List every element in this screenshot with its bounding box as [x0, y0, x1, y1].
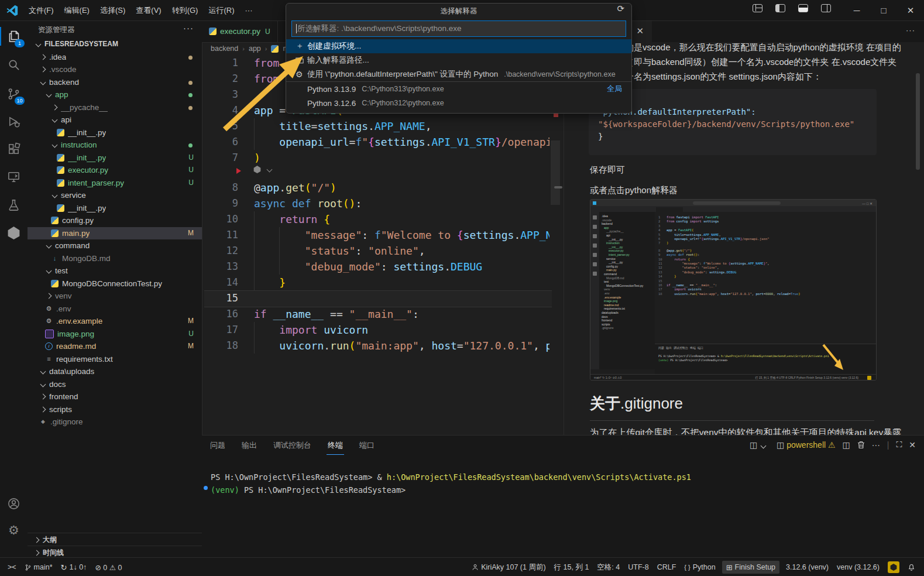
menu-item-4[interactable]: 转到(G) [167, 0, 204, 21]
tree-item-test[interactable]: test [28, 265, 202, 277]
global-link[interactable]: 全局 [607, 84, 622, 94]
split-terminal-icon[interactable]: ◫ [843, 440, 850, 450]
tree-item-config.py[interactable]: config.py [28, 214, 202, 227]
close-panel-icon[interactable]: ✕ [909, 440, 916, 450]
tree-item-.vscode[interactable]: .vscode [28, 63, 202, 76]
quick-pick-item-3[interactable]: Python 3.13.9C:\Python313\python.exe全局 [286, 82, 631, 96]
status-blame[interactable]: KiriAky 107 (1 周前) [468, 561, 549, 574]
kill-terminal-icon[interactable] [857, 441, 865, 449]
activity-account-icon[interactable] [0, 491, 28, 516]
tree-item-__pycache__[interactable]: __pycache__ [28, 101, 202, 114]
tree-item-venv[interactable]: venv [28, 290, 202, 303]
status-finish-setup[interactable]: ⊞Finish Setup [722, 561, 779, 574]
status-indentation[interactable]: 空格: 4 [593, 561, 624, 574]
tree-item-data\uploads[interactable]: data\uploads [28, 365, 202, 378]
quick-pick-item-4[interactable]: Python 3.12.6C:\Python312\python.exe [286, 96, 631, 110]
status-venv[interactable]: venv (3.12.6) [833, 561, 884, 574]
activity-search-icon[interactable] [0, 52, 28, 77]
refresh-icon[interactable]: ⟳ [617, 4, 624, 14]
panel-tab-终端[interactable]: 终端 [327, 436, 344, 455]
panel-tab-端口[interactable]: 端口 [358, 436, 376, 454]
panel-more-icon[interactable]: ··· [872, 440, 880, 450]
copilot-codelens[interactable] [253, 166, 276, 173]
menu-item-6[interactable]: ··· [239, 1, 257, 20]
tree-item-scripts[interactable]: scripts [28, 403, 202, 416]
menu-item-5[interactable]: 运行(R) [203, 0, 239, 21]
panel-tab-调试控制台[interactable]: 调试控制台 [272, 436, 312, 454]
outline-section[interactable]: 大纲 [28, 533, 202, 546]
tree-item-__init__.py[interactable]: __init__.py [28, 202, 202, 215]
menu-item-1[interactable]: 编辑(E) [59, 0, 95, 21]
tree-item-readme.md[interactable]: ireadme.mdM [28, 340, 202, 353]
close-tab-icon[interactable]: ✕ [636, 26, 644, 36]
status-branch[interactable]: main* [20, 561, 57, 574]
tree-item-docs[interactable]: docs [28, 378, 202, 391]
maximize-panel-icon[interactable]: ⛶ [896, 440, 902, 450]
status-language[interactable]: { }Python [680, 561, 719, 574]
tree-item-app[interactable]: app [28, 88, 202, 101]
terminal-output[interactable]: PS H:\OwnProject\FilesReadSysteam> & h:\… [211, 471, 691, 496]
status-problems[interactable]: ⊘ 0 ⚠ 0 [91, 561, 126, 574]
editor-actions-more-icon[interactable]: ··· [906, 26, 915, 35]
quick-pick-item-0[interactable]: ＋创建虚拟环境... [286, 39, 631, 53]
quick-pick-item-1[interactable]: 输入解释器路径... [286, 53, 631, 67]
tree-item-.gitignore[interactable]: ◆.gitignore [28, 416, 202, 428]
status-roo[interactable] [884, 561, 904, 574]
tree-item-backend[interactable]: backend [28, 76, 202, 89]
toggle-panel-icon[interactable] [798, 4, 808, 12]
panel-tab-问题[interactable]: 问题 [209, 436, 226, 454]
activity-testing-icon[interactable] [0, 192, 28, 218]
panel-tab-输出[interactable]: 输出 [241, 436, 258, 454]
tree-item-frontend[interactable]: frontend [28, 390, 202, 403]
project-root[interactable]: FILESREADSYSTEAM [28, 38, 202, 51]
terminal-instance[interactable]: ◫ powershell ⚠ [777, 440, 836, 450]
activity-extensions-icon[interactable] [0, 136, 28, 162]
status-sync[interactable]: ↻1↓ 0↑ [57, 561, 91, 574]
tree-item-__init__.py[interactable]: __init__.pyU [28, 152, 202, 164]
tree-item-__init__.py[interactable]: __init__.py [28, 126, 202, 139]
activity-remote-explorer-icon[interactable] [0, 164, 28, 190]
tree-item-image.png[interactable]: image.pngU [28, 328, 202, 341]
tree-item-MongoDBConnectionTest.py[interactable]: MongoDBConnectionTest.py [28, 277, 202, 290]
status-encoding[interactable]: UTF-8 [624, 561, 652, 574]
activity-explorer-icon[interactable]: 1 [0, 23, 28, 49]
explorer-more-icon[interactable]: ··· [183, 23, 194, 33]
menu-item-3[interactable]: 查看(V) [130, 0, 166, 21]
tree-item-.env[interactable]: ⚙.env [28, 303, 202, 316]
tree-item-api[interactable]: api [28, 114, 202, 126]
tree-item-executor.py[interactable]: executor.pyU [28, 164, 202, 177]
status-bell[interactable] [904, 561, 919, 574]
tree-item-service[interactable]: service [28, 189, 202, 202]
timeline-section[interactable]: 时间线 [28, 546, 202, 557]
status-eol[interactable]: CRLF [653, 561, 681, 574]
tree-item-command[interactable]: command [28, 239, 202, 252]
status-cursor-position[interactable]: 行 15, 列 1 [550, 561, 593, 574]
split-dropdown-icon[interactable]: ◫ [750, 440, 770, 450]
activity-roo-extension-icon[interactable] [0, 220, 28, 246]
command-decoration[interactable] [204, 486, 208, 490]
toggle-secondary-sidebar-icon[interactable] [821, 4, 831, 12]
tree-item-main.py[interactable]: main.pyM [28, 227, 202, 240]
activity-source-control-icon[interactable]: 10 [0, 81, 28, 107]
tab-executor-py[interactable]: executor.py U [202, 20, 278, 42]
editor-scrollbar[interactable] [551, 140, 560, 205]
tree-item-requirements.txt[interactable]: ≡requirements.txt [28, 353, 202, 366]
tree-item-.idea[interactable]: .idea [28, 51, 202, 64]
close-button[interactable]: ✕ [897, 0, 924, 20]
tree-item-intent_parser.py[interactable]: intent_parser.pyU [28, 177, 202, 190]
quick-pick-item-2[interactable]: ⚙使用 \"python.defaultInterpreterPath\" 设置… [286, 67, 631, 81]
activity-settings-icon[interactable]: ⚙ [0, 517, 28, 543]
customize-layout-icon[interactable] [753, 4, 762, 12]
activity-run-debug-icon[interactable] [0, 109, 28, 135]
tree-item-instruction[interactable]: instruction [28, 139, 202, 152]
preview-scrollbar[interactable] [916, 73, 920, 170]
toggle-sidebar-icon[interactable] [775, 4, 785, 12]
menu-item-0[interactable]: 文件(F) [23, 0, 59, 21]
minimize-button[interactable]: ─ [843, 0, 870, 20]
status-remote[interactable]: >< [4, 561, 20, 574]
maximize-button[interactable]: □ [870, 0, 897, 20]
menu-item-2[interactable]: 选择(S) [95, 0, 130, 21]
tree-item-MongoDB.md[interactable]: ↓MongoDB.md [28, 252, 202, 265]
status-python-version[interactable]: 3.12.6 (venv) [782, 561, 833, 574]
interpreter-input[interactable]: 所选解释器: .\backend\venv\Scripts\python.exe [291, 20, 626, 37]
